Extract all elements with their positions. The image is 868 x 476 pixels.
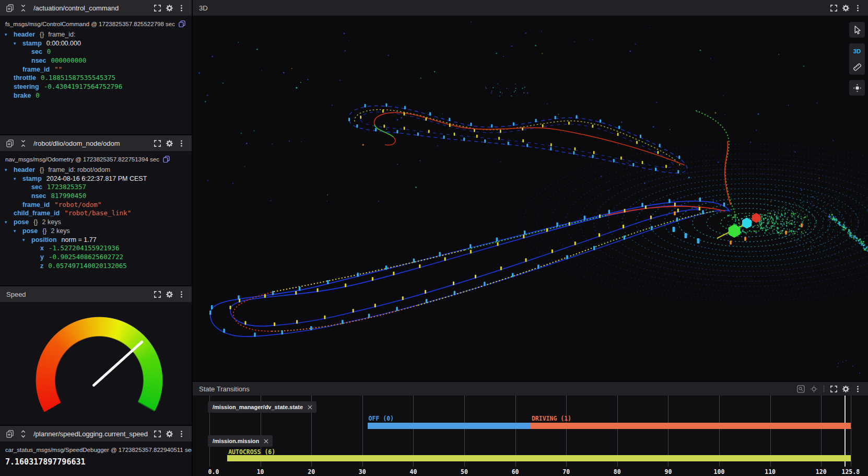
fullscreen-button[interactable] <box>151 137 163 149</box>
3d-panel: 3D 3D <box>193 0 868 381</box>
field-value: 0 <box>47 48 51 55</box>
field-value: 2 keys <box>51 227 70 235</box>
state-segment-bar[interactable] <box>227 455 851 461</box>
sync-crosshair-button[interactable] <box>808 383 820 395</box>
message-field-row: ▾header{}frame_id: <box>0 30 192 39</box>
recenter-camera-button[interactable] <box>849 80 865 96</box>
field-name: steering <box>14 83 39 90</box>
state-segment-label: DRIVING (1) <box>532 415 571 422</box>
field-name: sec <box>31 48 42 55</box>
expand-arrow-icon[interactable]: ▾ <box>14 227 16 236</box>
field-name: frame_id <box>22 201 50 208</box>
field-value: 2 keys <box>42 218 61 226</box>
message-type-timestamp: car_status_msgs/msg/SpeedDebugger @ 1723… <box>5 447 192 453</box>
field-value: 2024-08-16 6:22:37.817 PM CEST <box>46 175 147 182</box>
state-transitions-panel: State Transitions /mission_manager/dv_st… <box>193 382 868 476</box>
gridline <box>851 396 851 467</box>
message-type-timestamp: nav_msgs/msg/Odometry @ 1723825357.82275… <box>5 156 159 162</box>
message-field-row: y-0.9025408625602722 <box>0 253 192 262</box>
message-tree: ▾header{}frame_id:▾stamp0:00:00.000sec0n… <box>0 29 192 100</box>
expand-arrow-icon[interactable]: ▾ <box>14 39 16 48</box>
state-segment-bar[interactable] <box>368 423 531 429</box>
field-value: 0:00:00.000 <box>46 40 81 47</box>
field-value: 817990450 <box>51 192 87 200</box>
field-value: 000000000 <box>51 56 87 64</box>
zoom-tool-button[interactable] <box>795 383 807 395</box>
field-value: -1.527204155921936 <box>49 244 119 252</box>
axis-tick-label: 0.0 <box>208 468 219 475</box>
axis-tick-label: 80 <box>614 468 621 475</box>
remove-topic-icon[interactable] <box>263 438 269 444</box>
fullscreen-button[interactable] <box>151 2 163 14</box>
panel-title[interactable]: /planner/speedLogging.current_speed <box>33 430 148 438</box>
raw-messages-panel-current-speed: /planner/speedLogging.current_speed car_… <box>0 426 192 476</box>
cursor-select-button[interactable] <box>849 22 865 38</box>
collapse-all-icon[interactable] <box>17 137 29 149</box>
expand-arrow-icon[interactable]: ▾ <box>5 30 7 39</box>
expand-arrow-icon[interactable]: ▾ <box>22 236 25 245</box>
collapse-all-icon[interactable] <box>17 2 29 14</box>
axis-tick-label: 30 <box>359 468 366 475</box>
copy-messages-icon[interactable] <box>4 428 16 440</box>
message-meta: fs_msgs/msg/ControlCommand @ 1723825357.… <box>0 16 192 29</box>
panel-title[interactable]: 3D <box>199 4 208 12</box>
kebab-menu-button[interactable] <box>175 2 187 14</box>
remove-topic-icon[interactable] <box>307 404 313 410</box>
message-field-row: ▾pose{}2 keys <box>0 227 192 236</box>
topic-chip: /mission_manager/dv_state.state <box>208 401 316 413</box>
panel-title[interactable]: State Transitions <box>199 385 250 393</box>
field-name: position <box>31 236 57 243</box>
settings-gear-button[interactable] <box>840 2 852 14</box>
expand-arrow-icon[interactable]: ▾ <box>5 218 7 227</box>
copy-messages-icon[interactable] <box>4 137 16 149</box>
panel-header: /planner/speedLogging.current_speed <box>0 426 192 442</box>
field-value: norm = 1.77 <box>62 236 97 243</box>
fullscreen-button[interactable] <box>828 383 840 395</box>
settings-gear-button[interactable] <box>163 137 175 149</box>
field-value: "" <box>54 65 62 73</box>
message-meta: car_status_msgs/msg/SpeedDebugger @ 1723… <box>0 442 192 455</box>
state-transitions-plot[interactable]: /mission_manager/dv_state.state /mission… <box>193 396 868 476</box>
field-value: {} <box>42 227 46 235</box>
panel-title[interactable]: /robot/dlio/odom_node/odom <box>33 140 120 147</box>
settings-gear-button[interactable] <box>840 383 852 395</box>
topic-chip-label: /mission_manager/dv_state.state <box>213 404 303 410</box>
field-name: header <box>14 31 35 38</box>
settings-gear-button[interactable] <box>163 428 175 440</box>
message-tree: ▾header{}frame_id: robot/odom▾stamp2024-… <box>0 165 192 270</box>
field-name: nsec <box>31 192 46 200</box>
view-mode-3d-button[interactable]: 3D <box>853 43 861 59</box>
kebab-menu-button[interactable] <box>175 428 187 440</box>
field-name: z <box>40 262 43 270</box>
message-field-row: frame_id"" <box>0 65 192 74</box>
fullscreen-button[interactable] <box>151 428 163 440</box>
ruler-measure-button[interactable] <box>853 59 862 75</box>
field-name: stamp <box>22 175 42 182</box>
kebab-menu-button[interactable] <box>175 137 187 149</box>
copy-message-button[interactable] <box>163 156 170 162</box>
kebab-menu-button[interactable] <box>852 383 864 395</box>
expand-arrow-icon[interactable]: ▾ <box>14 175 16 183</box>
message-field-row: throttle0.18851587535545375 <box>0 74 192 83</box>
expand-all-icon[interactable] <box>17 428 29 440</box>
field-name: pose <box>14 218 29 226</box>
axis-tick-label: 40 <box>409 468 417 475</box>
panel-title[interactable]: /actuation/control_command <box>33 4 119 12</box>
copy-messages-icon[interactable] <box>4 2 16 14</box>
field-value: "robot/odom" <box>54 201 101 208</box>
copy-message-button[interactable] <box>179 20 185 27</box>
field-name: stamp <box>22 40 42 47</box>
field-value: "robot/base_link" <box>64 209 131 217</box>
speed-gauge-needle <box>0 286 192 425</box>
state-segment-bar[interactable] <box>531 423 851 429</box>
settings-gear-button[interactable] <box>163 2 175 14</box>
panel-header: /actuation/control_command <box>0 0 192 16</box>
3d-scene[interactable]: 3D <box>193 16 868 381</box>
field-value: 1723825357 <box>47 183 86 191</box>
kebab-menu-button[interactable] <box>852 2 864 14</box>
fullscreen-button[interactable] <box>828 2 840 14</box>
message-field-row: ▾positionnorm = 1.77 <box>0 236 192 245</box>
field-name: child_frame_id <box>14 210 60 217</box>
expand-arrow-icon[interactable]: ▾ <box>5 166 7 175</box>
state-segment-label: OFF (0) <box>369 415 394 422</box>
